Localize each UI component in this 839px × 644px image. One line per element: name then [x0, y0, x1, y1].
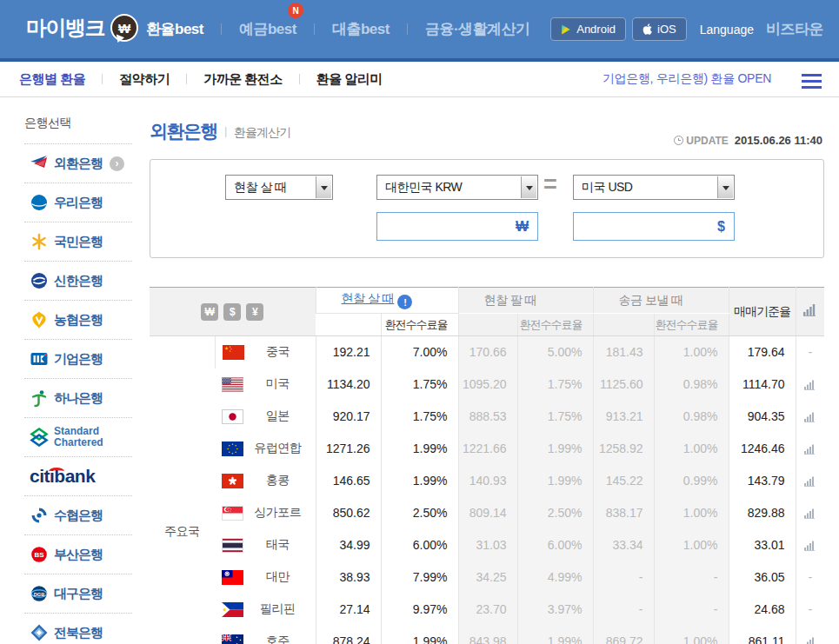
cash-buy-fee: 1.75% — [381, 368, 458, 401]
subnav-nearby-exchange[interactable]: 가까운 환전소 — [187, 71, 299, 88]
jeonbuk-bank-logo-icon — [30, 623, 49, 642]
mini-chart-icon[interactable] — [796, 465, 824, 497]
krw-amount-input[interactable]: ₩ — [376, 212, 538, 241]
subnav-rate-alarm[interactable]: 환율 알리미 — [300, 71, 399, 88]
sidebar-item-ibk[interactable]: 기업은행 — [24, 340, 132, 379]
wire-send-fee: 1.00% — [654, 626, 729, 644]
page-title: 외환은행 — [150, 119, 217, 143]
bank-name: 외환은행 — [54, 156, 103, 172]
language-link[interactable]: Language — [700, 23, 754, 37]
sidebar-item-suhyup[interactable]: 수협은행 — [24, 496, 132, 535]
won-icon: ₩ — [201, 303, 218, 321]
rate-type-select[interactable]: 현찰 살 때 — [225, 175, 333, 200]
menu-calculators[interactable]: 금융·생활계산기 — [408, 19, 548, 39]
wire-send-rate: 913.21 — [593, 401, 654, 433]
chart-column-header[interactable] — [796, 288, 824, 336]
menu-loan-best[interactable]: 대출best — [315, 19, 407, 39]
base-rate: 143.79 — [729, 465, 796, 497]
rates-table-body: 주요국중국192.217.00%170.665.00%181.431.00%17… — [150, 336, 824, 644]
empty-header-cell — [316, 314, 381, 336]
keb-bank-logo-icon — [30, 154, 49, 173]
top-header-bar: 마이뱅크 ₩ 환율best 예금bestN 대출best 금융·생활계산기 An… — [0, 0, 839, 62]
cash-sell-fee: 1.75% — [517, 368, 593, 401]
svg-text:DGB: DGB — [34, 592, 44, 597]
wire-send-fee: - — [654, 561, 729, 594]
sidebar-item-jeonbuk[interactable]: 전북은행 — [24, 614, 132, 644]
country-name: 유럽연합 — [243, 441, 316, 456]
cash-buy-rate: 27.14 — [316, 594, 381, 626]
sidebar-item-daegu[interactable]: DGB대구은행 — [24, 574, 132, 614]
flag-hk-icon — [222, 474, 243, 488]
wire-send-fee: 1.00% — [654, 336, 729, 368]
usd-amount-input[interactable]: $ — [573, 212, 735, 241]
sidebar-item-busan[interactable]: BS부산은행 — [24, 535, 132, 574]
bank-name: 신한은행 — [54, 273, 103, 289]
rate-row-jp: 일본920.171.75%888.531.75%913.210.98%904.3… — [150, 401, 824, 433]
android-app-button[interactable]: Android — [550, 17, 626, 41]
top-menu: 환율best 예금bestN 대출best 금융·생활계산기 — [146, 0, 548, 58]
base-rate: 1246.46 — [729, 433, 796, 465]
to-currency-select[interactable]: 미국 USD — [573, 175, 735, 200]
wire-send-rate: 181.43 — [593, 336, 654, 368]
sidebar-item-nh[interactable]: 농협은행 — [24, 301, 132, 340]
wire-send-fee: 1.00% — [654, 497, 729, 529]
cash-buy-rate: 38.93 — [316, 561, 381, 594]
mini-chart-icon[interactable] — [796, 626, 824, 644]
region-group-label: 주요국 — [150, 336, 215, 644]
sidebar-item-woori[interactable]: 우리은행 — [24, 183, 132, 222]
base-rate: 861.11 — [729, 626, 796, 644]
country-name: 대만 — [243, 569, 316, 585]
mini-chart-icon[interactable] — [796, 529, 824, 561]
update-label: UPDATE — [686, 135, 728, 147]
wire-send-rate: 1258.92 — [593, 433, 654, 465]
wire-send-fee: 0.99% — [654, 465, 729, 497]
cash-sell-fee: 1.75% — [517, 401, 593, 433]
col-group-wire-send: 송금 보낼 때 — [593, 288, 729, 314]
mybank-logo[interactable]: 마이뱅크 ₩ — [26, 14, 138, 42]
mini-chart-icon[interactable] — [796, 368, 824, 401]
shinhan-bank-logo-icon — [30, 271, 49, 290]
country-cell: 태국 — [215, 529, 316, 561]
sidebar-item-kb[interactable]: 국민은행 — [24, 222, 132, 262]
cash-sell-fee: 2.50% — [517, 497, 593, 529]
mini-chart-icon[interactable] — [796, 433, 824, 465]
cash-buy-rate: 850.62 — [316, 497, 381, 529]
sidebar-item-hana[interactable]: 하나은행 — [24, 379, 132, 418]
subnav-saving[interactable]: 절약하기 — [103, 71, 186, 88]
menu-exchange-best[interactable]: 환율best — [146, 19, 221, 39]
bank-name: 농협은행 — [54, 312, 103, 329]
cash-sell-rate: 23.70 — [458, 594, 517, 626]
title-divider: | — [224, 124, 227, 137]
flag-jp-icon — [222, 409, 243, 424]
rate-row-hk: 홍콩146.651.99%140.931.99%145.220.99%143.7… — [150, 465, 824, 497]
mini-chart-icon[interactable] — [796, 401, 824, 433]
cash-buy-rate: 192.21 — [316, 336, 381, 368]
flag-au-icon — [222, 634, 243, 644]
bank-name: 부산은행 — [54, 547, 103, 563]
from-currency-select[interactable]: 대한민국 KRW — [376, 175, 538, 200]
wire-send-rate: 838.17 — [593, 497, 654, 529]
menu-deposit-best[interactable]: 예금bestN — [222, 19, 314, 39]
sidebar-item-sc[interactable]: StandardChartered — [24, 418, 132, 457]
empty-header-cell — [458, 314, 517, 336]
cash-buy-fee: 1.99% — [381, 433, 458, 465]
country-cell: 유럽연합 — [215, 433, 316, 465]
no-chart-dash: - — [796, 561, 824, 594]
rate-open-notice[interactable]: 터(기업은행, 우리은행) 환율 OPEN — [603, 62, 771, 96]
apple-icon — [643, 23, 652, 35]
sidebar-item-shinhan[interactable]: 신한은행 — [24, 262, 132, 301]
sidebar-item-citi[interactable]: citibank — [24, 457, 132, 496]
bank-name: StandardChartered — [54, 426, 103, 448]
info-icon[interactable]: ! — [397, 295, 412, 309]
country-cell: 미국 — [215, 368, 316, 401]
ios-app-button[interactable]: iOS — [632, 17, 687, 41]
biztown-link[interactable]: 비즈타운 — [766, 19, 823, 39]
bank-name: 우리은행 — [54, 195, 103, 211]
hamburger-menu-icon[interactable] — [802, 74, 822, 92]
wire-send-rate: - — [593, 594, 654, 626]
sidebar-item-keb[interactable]: 외환은행› — [24, 144, 132, 183]
cash-buy-link[interactable]: 현찰 살 때 — [342, 291, 395, 305]
mini-chart-icon[interactable] — [796, 497, 824, 529]
exchange-calculator: 현찰 살 때 대한민국 KRW = 미국 USD ₩ $ — [150, 159, 824, 258]
subnav-bank-rates[interactable]: 은행별 환율 — [19, 71, 102, 88]
